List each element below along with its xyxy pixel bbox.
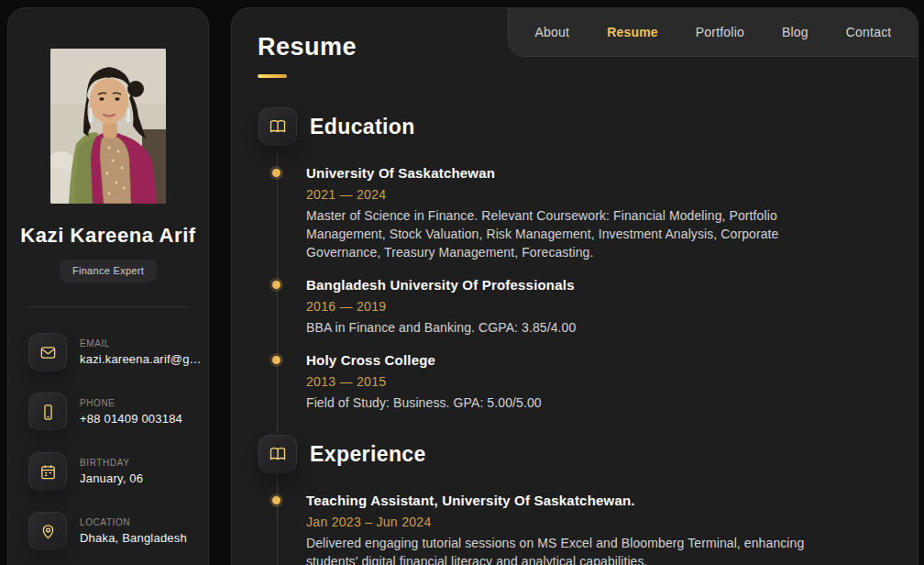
book-icon	[258, 435, 297, 473]
item-description: Field of Study: Business. GPA: 5.00/5.00	[306, 393, 845, 412]
timeline-item: Bangladesh University Of Professionals 2…	[258, 277, 890, 337]
sidebar-divider	[28, 306, 190, 307]
item-title: Bangladesh University Of Professionals	[306, 277, 890, 293]
timeline-dot-icon	[272, 169, 280, 177]
timeline-dot-icon	[272, 356, 280, 364]
navbar: About Resume Portfolio Blog Contact	[508, 7, 918, 57]
contact-label-email: EMAIL	[80, 338, 202, 349]
item-title: Holy Cross College	[306, 352, 890, 368]
contact-label-birthday: BIRTHDAY	[80, 458, 143, 468]
section-heading-education: Education	[310, 115, 415, 139]
timeline-dot-icon	[272, 281, 280, 289]
section-heading-experience: Experience	[310, 442, 426, 467]
main-card: About Resume Portfolio Blog Contact Resu…	[231, 7, 918, 565]
book-icon	[258, 107, 297, 146]
item-description: Delivered engaging tutorial sessions on …	[306, 534, 845, 565]
location-pin-icon	[28, 512, 67, 550]
profile-name: Kazi Kareena Arif	[8, 224, 208, 248]
item-period: 2021 — 2024	[306, 187, 890, 202]
contact-item-phone: PHONE +88 01409 003184	[28, 393, 208, 431]
timeline-item: Teaching Assistant, University Of Saskat…	[258, 493, 890, 565]
item-description: BBA in Finance and Banking. CGPA: 3.85/4…	[306, 318, 845, 337]
education-timeline: University Of Saskatchewan 2021 — 2024 M…	[258, 165, 890, 412]
timeline-item: Holy Cross College 2013 — 2015 Field of …	[258, 352, 890, 412]
item-period: Jan 2023 – Jun 2024	[306, 515, 890, 529]
contact-value-location: Dhaka, Bangladesh	[80, 531, 187, 545]
nav-about[interactable]: About	[534, 21, 572, 43]
resume-body: Education University Of Saskatchewan 202…	[258, 107, 890, 565]
nav-portfolio[interactable]: Portfolio	[694, 21, 746, 43]
item-title: Teaching Assistant, University Of Saskat…	[306, 493, 890, 508]
profile-photo-illustration	[50, 49, 166, 204]
item-period: 2013 — 2015	[306, 374, 890, 389]
calendar-icon	[28, 452, 67, 491]
nav-resume[interactable]: Resume	[605, 21, 660, 43]
item-description: Master of Science in Finance. Relevant C…	[306, 206, 845, 261]
nav-contact[interactable]: Contact	[844, 21, 894, 43]
contact-value-email[interactable]: kazi.kareena.arif@g…	[80, 352, 202, 366]
contact-label-phone: PHONE	[80, 398, 182, 408]
profile-sidebar: Kazi Kareena Arif Finance Expert EMAIL k…	[7, 7, 209, 565]
experience-timeline: Teaching Assistant, University Of Saskat…	[258, 493, 890, 565]
contact-label-location: LOCATION	[80, 517, 187, 527]
timeline-dot-icon	[272, 496, 280, 504]
contact-value-phone[interactable]: +88 01409 003184	[80, 412, 182, 426]
mail-icon	[28, 333, 67, 371]
nav-blog[interactable]: Blog	[780, 21, 810, 43]
timeline-item: University Of Saskatchewan 2021 — 2024 M…	[258, 165, 890, 261]
contact-item-email: EMAIL kazi.kareena.arif@g…	[28, 333, 208, 371]
contact-item-location: LOCATION Dhaka, Bangladesh	[28, 512, 208, 550]
section-experience: Experience Teaching Assistant, Universit…	[258, 435, 890, 565]
profile-photo	[50, 49, 166, 204]
role-badge: Finance Expert	[60, 260, 157, 282]
item-title: University Of Saskatchewan	[306, 165, 890, 181]
contact-value-birthday: January, 06	[80, 471, 143, 485]
title-underline	[258, 74, 287, 78]
smartphone-icon	[28, 393, 67, 431]
contact-item-birthday: BIRTHDAY January, 06	[28, 452, 208, 491]
contact-list: EMAIL kazi.kareena.arif@g… PHONE +88 014…	[28, 333, 208, 550]
item-period: 2016 — 2019	[306, 299, 890, 314]
section-education: Education University Of Saskatchewan 202…	[258, 107, 890, 412]
